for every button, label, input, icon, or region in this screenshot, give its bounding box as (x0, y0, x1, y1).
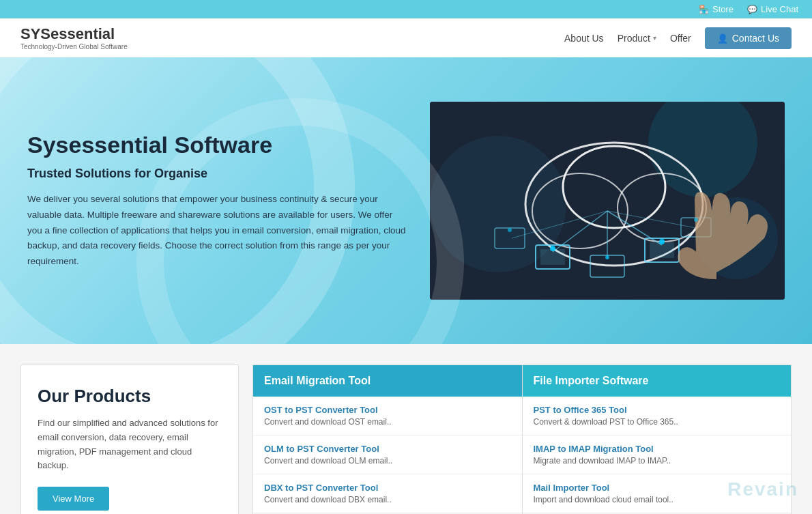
imap-migration-link[interactable]: IMAP to IMAP Migration Tool (534, 444, 781, 454)
logo-suffix: essential (50, 25, 115, 42)
our-products-description: Find our simplified and advanced solutio… (38, 416, 222, 473)
logo-main: SYSessential (20, 25, 128, 43)
nav-offer[interactable]: Offer (670, 33, 691, 44)
store-icon (699, 4, 709, 14)
hero-text: Sysessential Software Trusted Solutions … (27, 132, 409, 270)
view-more-button[interactable]: View More (38, 487, 109, 511)
svg-point-22 (605, 255, 609, 259)
olm-to-pst-desc: Convert and download OLM email.. (264, 456, 511, 466)
list-item: Mail Importer Tool Import and download c… (523, 474, 792, 513)
svg-point-24 (694, 218, 698, 222)
hero-description: We deliver you several solutions that em… (27, 192, 409, 270)
nav-product-label: Product (618, 33, 650, 44)
mail-importer-link[interactable]: Mail Importer Tool (534, 483, 781, 493)
livechat-label: Live Chat (761, 4, 798, 14)
list-item: PST to Office 365 Tool Convert & downloa… (523, 397, 792, 436)
email-migration-header: Email Migration Tool (253, 365, 522, 397)
email-migration-column: Email Migration Tool OST to PST Converte… (252, 365, 523, 514)
pst-office365-link[interactable]: PST to Office 365 Tool (534, 405, 781, 415)
ost-to-pst-link[interactable]: OST to PST Converter Tool (264, 405, 511, 415)
file-importer-column: File Importer Software PST to Office 365… (523, 365, 792, 514)
contact-label: Contact Us (732, 33, 779, 44)
nav-product-dropdown[interactable]: Product ▾ (618, 33, 656, 44)
svg-point-20 (550, 246, 555, 251)
pst-office365-desc: Convert & download PST to Office 365.. (534, 417, 781, 427)
logo[interactable]: SYSessential Technology-Driven Global So… (20, 25, 128, 51)
hero-title: Sysessential Software (27, 132, 409, 158)
file-importer-header: File Importer Software (523, 365, 792, 397)
top-bar: Store Live Chat (0, 0, 812, 18)
ost-to-pst-desc: Convert and download OST email.. (264, 417, 511, 427)
store-link[interactable]: Store (699, 4, 734, 14)
livechat-link[interactable]: Live Chat (747, 4, 798, 14)
hero-section: Sysessential Software Trusted Solutions … (0, 57, 812, 344)
chat-icon (747, 4, 757, 14)
logo-tagline: Technology-Driven Global Software (20, 43, 128, 51)
svg-point-23 (508, 228, 512, 232)
navbar: SYSessential Technology-Driven Global So… (0, 18, 812, 57)
list-item: OLM to PST Converter Tool Convert and do… (253, 436, 522, 474)
products-columns: Email Migration Tool OST to PST Converte… (252, 365, 792, 514)
list-item: OST to PST Converter Tool Convert and do… (253, 397, 522, 436)
our-products-title: Our Products (38, 386, 222, 407)
olm-to-pst-link[interactable]: OLM to PST Converter Tool (264, 444, 511, 454)
our-products-card: Our Products Find our simplified and adv… (20, 365, 239, 514)
dbx-to-pst-desc: Convert and download DBX email.. (264, 495, 511, 504)
dbx-to-pst-link[interactable]: DBX to PST Converter Tool (264, 483, 511, 493)
product-dropdown-arrow: ▾ (653, 34, 656, 42)
list-item: DBX to PST Converter Tool Convert and do… (253, 474, 522, 513)
svg-rect-16 (650, 242, 674, 258)
mail-importer-desc: Import and download cloud email tool.. (534, 495, 781, 504)
list-item: IMAP to IMAP Migration Tool Migrate and … (523, 436, 792, 474)
hero-subtitle: Trusted Solutions for Organise (27, 167, 409, 181)
svg-point-21 (659, 239, 665, 244)
hero-image (430, 102, 785, 300)
user-icon (717, 33, 728, 44)
imap-migration-desc: Migrate and download IMAP to IMAP.. (534, 456, 781, 466)
products-section: Our Products Find our simplified and adv… (0, 344, 812, 514)
nav-about-us[interactable]: About Us (564, 33, 604, 44)
logo-prefix: SYS (20, 25, 50, 42)
nav-links: About Us Product ▾ Offer Contact Us (564, 27, 792, 49)
contact-us-button[interactable]: Contact Us (705, 27, 792, 49)
store-label: Store (712, 4, 734, 14)
svg-rect-14 (540, 249, 565, 265)
